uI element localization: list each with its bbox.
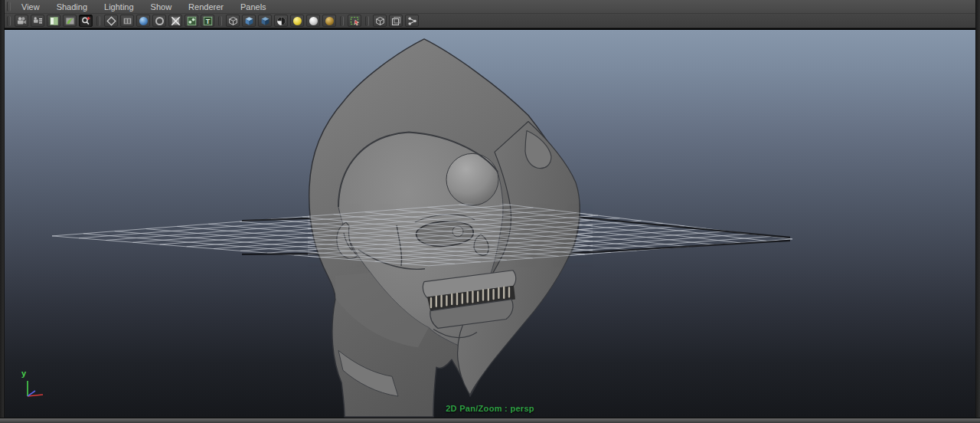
head-model[interactable] — [309, 39, 580, 417]
toolbar-grip — [218, 16, 222, 26]
pan-zoom-icon[interactable] — [79, 15, 93, 27]
toolbar-group-display-objects — [371, 15, 420, 27]
toolbar-grip — [96, 16, 100, 26]
camera-attributes-icon[interactable] — [31, 15, 44, 27]
image-plane-icon[interactable] — [63, 15, 77, 27]
toolbar-grip — [340, 16, 344, 26]
maya-viewport-window: View Shading Lighting Show Renderer Pane… — [0, 0, 980, 423]
toolbar-group-isolate — [346, 15, 363, 27]
view-axis-indicator: y — [20, 372, 54, 404]
menu-panels[interactable]: Panels — [232, 0, 275, 14]
svg-text:T: T — [205, 17, 210, 25]
menu-grip — [7, 2, 11, 11]
toolbar-group-camera-tools — [13, 15, 94, 27]
viewport-canvas[interactable]: y 2D Pan/Zoom : persp — [5, 28, 975, 418]
xray-joints-icon[interactable] — [185, 15, 198, 27]
textured-icon[interactable]: T — [201, 15, 214, 27]
xray-icon[interactable] — [168, 15, 182, 27]
smooth-shade-icon[interactable] — [136, 15, 150, 27]
all-lights-icon[interactable] — [242, 15, 256, 27]
instances-icon[interactable] — [389, 15, 403, 27]
selected-lights-icon[interactable] — [258, 15, 272, 27]
light-white-icon[interactable] — [306, 15, 320, 27]
menu-renderer[interactable]: Renderer — [180, 0, 232, 14]
menu-lighting[interactable]: Lighting — [96, 0, 142, 14]
light-gold-icon[interactable] — [322, 15, 336, 27]
isolate-select-icon[interactable] — [348, 15, 361, 27]
menu-shading[interactable]: Shading — [48, 0, 96, 14]
menu-show[interactable]: Show — [142, 0, 181, 14]
default-lighting-icon[interactable] — [226, 15, 240, 27]
panel-menu-bar: View Shading Lighting Show Renderer Pane… — [5, 0, 975, 14]
toolbar-grip — [7, 16, 11, 26]
bookmarks-icon[interactable] — [47, 15, 60, 27]
toolbar-grip — [365, 16, 369, 26]
scene-objects-icon[interactable] — [373, 15, 387, 27]
toolbar-group-shading-modes: T — [103, 15, 216, 27]
window-edge-right — [975, 0, 980, 423]
axis-y-label: y — [21, 369, 26, 378]
default-material-icon[interactable] — [152, 15, 166, 27]
wireframe-icon[interactable] — [104, 15, 118, 27]
shadows-icon[interactable] — [274, 15, 288, 27]
window-edge-bottom — [0, 418, 980, 423]
panel-toolbar: T — [5, 14, 975, 28]
flat-shade-icon[interactable] — [120, 15, 134, 27]
scene-3d — [5, 30, 975, 418]
connections-icon[interactable] — [405, 15, 419, 27]
toolbar-group-lighting-modes — [224, 15, 338, 27]
menu-view[interactable]: View — [13, 0, 48, 14]
select-camera-icon[interactable] — [15, 15, 28, 27]
window-edge-left — [0, 0, 5, 423]
light-yellow-icon[interactable] — [290, 15, 304, 27]
tool-hint-text: 2D Pan/Zoom : persp — [446, 404, 534, 413]
eye-sphere-left — [446, 153, 498, 205]
